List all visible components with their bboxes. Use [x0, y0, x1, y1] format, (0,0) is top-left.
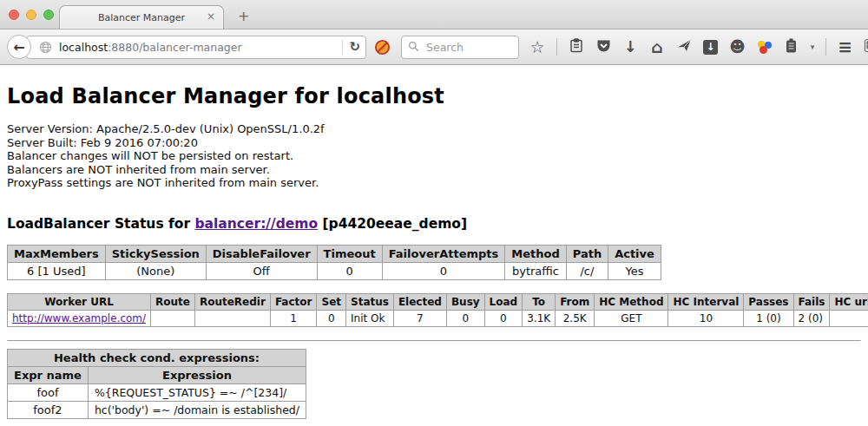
server-version-line: Server Version: Apache/2.5.0-dev (Unix) …	[7, 122, 861, 136]
table-row: 6 [1 Used] (None) Off 0 0 bytraffic /c/ …	[8, 262, 661, 279]
cell-expression: hc('body') =~ /domain is established/	[88, 401, 306, 418]
col-header: MaxMembers	[8, 245, 106, 262]
col-header: HC Method	[595, 293, 668, 310]
cell-hc-interval: 10	[668, 310, 744, 326]
cell-status: Init Ok	[346, 310, 394, 326]
cell-hc-method: GET	[595, 310, 668, 326]
col-header: Passes	[744, 293, 793, 310]
bookmark-star-icon[interactable]: ☆	[529, 39, 545, 55]
cell-from: 2.5K	[556, 310, 595, 326]
back-button[interactable]: ←	[7, 35, 31, 59]
url-text[interactable]: localhost:8880/balancer-manager	[59, 41, 336, 54]
window-zoom-button[interactable]	[43, 10, 54, 20]
search-input[interactable]	[424, 40, 507, 55]
send-plane-icon[interactable]	[676, 39, 692, 56]
cell-load: 0	[484, 310, 523, 326]
window-close-button[interactable]	[9, 10, 19, 20]
cell-elected: 7	[393, 310, 446, 326]
loadbalancer-status-heading: LoadBalancer Status for balancer://demo …	[7, 216, 861, 232]
health-table-title: Health check cond. expressions:	[8, 349, 306, 366]
tiles-page-icon[interactable]	[864, 38, 868, 56]
url-bar[interactable]: localhost:8880/balancer-manager ↻	[26, 36, 366, 59]
table-row: foof2 hc('body') =~ /domain is establish…	[8, 401, 306, 418]
url-domain: localhost	[59, 41, 108, 54]
feedback-smiley-icon[interactable]: ☻	[729, 39, 746, 55]
col-header: FailoverAttempts	[382, 245, 505, 262]
cell-fails: 2 (0)	[793, 310, 830, 326]
cell-method: bytraffic	[505, 262, 566, 279]
col-header: Elected	[393, 293, 446, 310]
cell-factor: 1	[270, 310, 317, 326]
overflow-caret-icon[interactable]: ▾	[811, 43, 815, 51]
toolbar-separator	[825, 38, 826, 56]
pocket-icon[interactable]	[595, 39, 611, 56]
container-battery-icon[interactable]	[784, 38, 799, 56]
cell-routeredir	[194, 310, 270, 326]
plugin-blocked-icon[interactable]	[374, 39, 391, 56]
downloads-arrow-icon[interactable]: ↓	[622, 39, 638, 55]
server-built-line: Server Built: Feb 9 2016 07:00:20	[7, 136, 861, 150]
toolbar-icons: ☆ ↓ ⌂ ↓	[529, 36, 868, 57]
tab-balancer-manager[interactable]: Balancer Manager ×	[59, 5, 224, 29]
url-path: :8880/balancer-manager	[108, 41, 241, 54]
browser-window: Balancer Manager × + ← localhost:8880/ba…	[0, 0, 868, 426]
proxypass-inherit-line: ProxyPass settings are NOT inherited fro…	[7, 176, 861, 190]
health-check-table: Health check cond. expressions: Expr nam…	[7, 349, 306, 419]
cell-worker-url: http://www.example.com/	[8, 310, 151, 326]
navigation-toolbar: ← localhost:8880/balancer-manager ↻	[0, 29, 868, 65]
col-header: Expression	[88, 366, 306, 383]
balancer-demo-link[interactable]: balancer://demo	[194, 216, 318, 232]
new-tab-button[interactable]: +	[238, 10, 249, 23]
col-header: RouteRedir	[194, 293, 270, 310]
col-header: Fails	[793, 293, 830, 310]
cell-maxmembers: 6 [1 Used]	[8, 262, 106, 279]
cell-route	[151, 310, 195, 326]
col-header: Method	[505, 245, 566, 262]
cell-passes: 1 (0)	[744, 310, 793, 326]
col-header: DisableFailover	[206, 245, 317, 262]
reload-icon[interactable]: ↻	[349, 41, 360, 54]
server-info: Server Version: Apache/2.5.0-dev (Unix) …	[7, 122, 861, 190]
window-controls	[9, 10, 54, 20]
col-header: Load	[484, 293, 523, 310]
tab-title: Balancer Manager	[98, 12, 185, 23]
toolbar-separator	[556, 38, 557, 56]
col-header: HC Interval	[668, 293, 744, 310]
col-header: Set	[317, 293, 346, 310]
globe-icon	[39, 41, 52, 54]
status-suffix: [p4420eeae_demo]	[318, 216, 467, 232]
divider	[7, 340, 861, 342]
table-title-row: Health check cond. expressions:	[8, 349, 306, 366]
cell-expr-name: foof	[8, 383, 89, 401]
cell-active: Yes	[608, 262, 661, 279]
save-page-icon[interactable]: ↓	[703, 40, 718, 55]
col-header: From	[556, 293, 595, 310]
col-header: To	[523, 293, 556, 310]
menu-hamburger-icon[interactable]: ≡	[838, 36, 852, 57]
worker-table: Worker URL Route RouteRedir Factor Set S…	[7, 293, 868, 327]
cell-stickysession: (None)	[105, 262, 206, 279]
tab-close-icon[interactable]: ×	[207, 11, 215, 22]
tab-bar: Balancer Manager × +	[0, 0, 868, 29]
col-header: Factor	[270, 293, 317, 310]
worker-url-link[interactable]: http://www.example.com/	[12, 312, 146, 324]
clipboard-icon[interactable]	[569, 38, 584, 56]
table-header-row: Expr name Expression	[8, 366, 306, 383]
search-icon	[408, 39, 419, 56]
col-header: Active	[608, 245, 661, 262]
balancer-summary-table: MaxMembers StickySession DisableFailover…	[7, 245, 661, 280]
table-row: http://www.example.com/ 1 0 Init Ok 7 0 …	[8, 310, 868, 326]
cell-to: 3.1K	[523, 310, 556, 326]
cell-hc-uri	[830, 310, 868, 326]
cell-busy: 0	[446, 310, 484, 326]
cell-disablefailover: Off	[206, 262, 317, 279]
search-box[interactable]	[401, 36, 519, 59]
window-minimize-button[interactable]	[26, 10, 36, 20]
status-prefix: LoadBalancer Status for	[7, 216, 194, 232]
home-icon[interactable]: ⌂	[649, 39, 665, 55]
balancers-inherit-line: Balancers are NOT inherited from main se…	[7, 163, 861, 177]
extension-dots-icon[interactable]	[757, 39, 773, 55]
table-header-row: Worker URL Route RouteRedir Factor Set S…	[8, 293, 868, 310]
cell-timeout: 0	[317, 262, 382, 279]
url-separator	[342, 40, 343, 55]
